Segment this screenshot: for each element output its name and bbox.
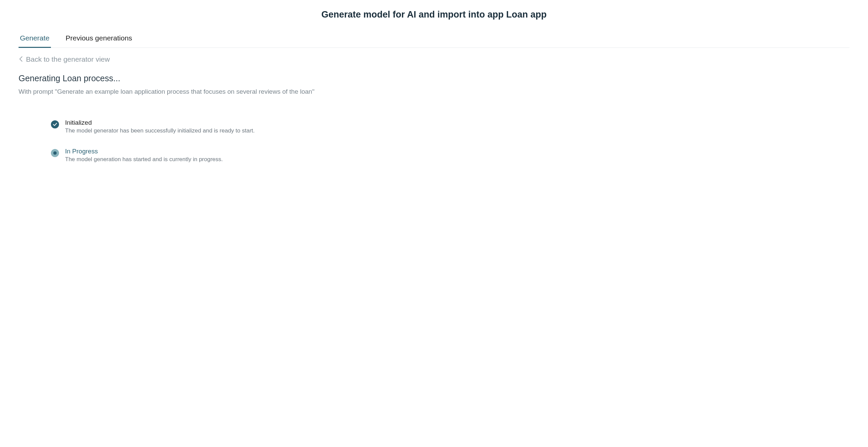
check-icon <box>51 120 59 128</box>
status-title: Initialized <box>65 119 849 126</box>
status-list: Initialized The model generator has been… <box>19 119 849 163</box>
tab-generate[interactable]: Generate <box>19 30 51 48</box>
status-content: In Progress The model generation has sta… <box>65 148 849 163</box>
status-description: The model generator has been successfull… <box>65 127 849 134</box>
page-title: Generate model for AI and import into ap… <box>19 7 849 30</box>
status-content: Initialized The model generator has been… <box>65 119 849 134</box>
generating-title: Generating Loan process... <box>19 73 849 83</box>
prompt-text: With prompt "Generate an example loan ap… <box>19 88 849 95</box>
status-title: In Progress <box>65 148 849 155</box>
back-link[interactable]: Back to the generator view <box>19 48 849 73</box>
tabs-container: Generate Previous generations <box>19 30 849 48</box>
chevron-left-icon <box>19 55 23 63</box>
progress-icon <box>51 149 59 157</box>
status-item-initialized: Initialized The model generator has been… <box>51 119 849 134</box>
status-item-in-progress: In Progress The model generation has sta… <box>51 148 849 163</box>
back-link-label: Back to the generator view <box>26 55 110 63</box>
status-description: The model generation has started and is … <box>65 156 849 163</box>
tab-previous-generations[interactable]: Previous generations <box>64 30 134 48</box>
